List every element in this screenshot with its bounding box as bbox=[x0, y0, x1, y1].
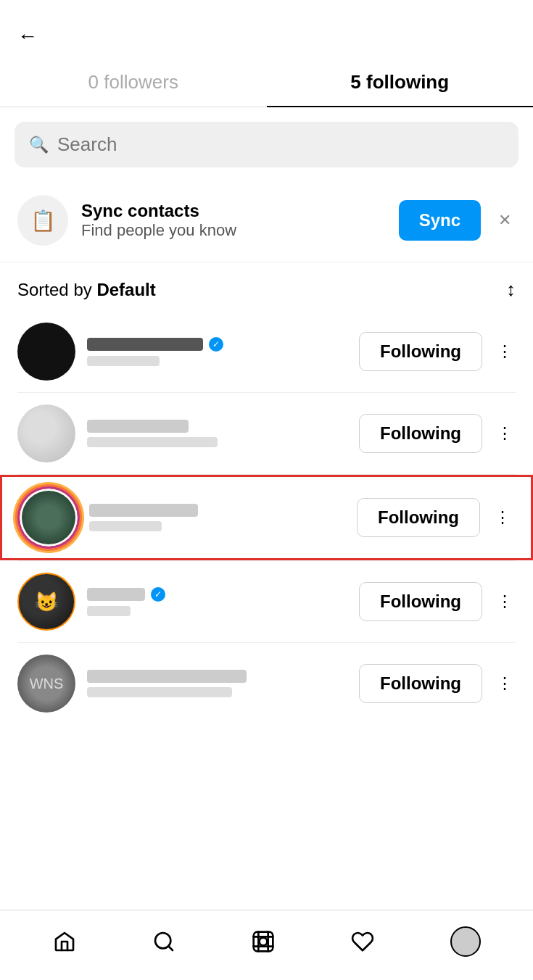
fullname-blur bbox=[87, 437, 218, 447]
more-options-button[interactable]: ⋮ bbox=[492, 504, 513, 531]
fullname-blur bbox=[87, 356, 160, 366]
verified-badge: ✓ bbox=[209, 337, 223, 352]
user-item: ✓ Following ⋮ bbox=[0, 311, 533, 392]
search-bar: 🔍 bbox=[15, 122, 518, 167]
fullname-blur bbox=[87, 687, 232, 697]
tabs-bar: 0 followers 5 following bbox=[0, 58, 533, 107]
user-info bbox=[87, 420, 347, 447]
search-input[interactable] bbox=[57, 133, 504, 156]
sync-button[interactable]: Sync bbox=[399, 200, 481, 241]
nav-search[interactable] bbox=[146, 924, 181, 959]
username-row bbox=[89, 504, 345, 517]
username-row: ✓ bbox=[87, 337, 347, 352]
username-row: ✓ bbox=[87, 587, 347, 602]
username-blur bbox=[87, 338, 203, 351]
fullname-blur bbox=[87, 606, 131, 616]
more-options-button[interactable]: ⋮ bbox=[494, 670, 516, 697]
following-button[interactable]: Following bbox=[359, 582, 482, 621]
sync-title: Sync contacts bbox=[81, 201, 386, 221]
profile-avatar bbox=[450, 926, 481, 957]
sync-subtitle: Find people you know bbox=[81, 221, 386, 240]
following-button[interactable]: Following bbox=[359, 414, 482, 453]
nav-home[interactable] bbox=[47, 924, 82, 959]
svg-point-3 bbox=[259, 938, 267, 946]
avatar: 😺 bbox=[17, 573, 75, 631]
search-container: 🔍 bbox=[0, 107, 533, 179]
following-button[interactable]: Following bbox=[359, 332, 482, 371]
tab-followers[interactable]: 0 followers bbox=[0, 58, 267, 107]
user-item: Following ⋮ bbox=[0, 393, 533, 474]
username-row bbox=[87, 670, 347, 683]
username-blur bbox=[87, 420, 189, 433]
avatar bbox=[17, 323, 75, 381]
nav-reels[interactable] bbox=[246, 924, 281, 959]
user-item: 😺 ✓ Following ⋮ bbox=[0, 561, 533, 642]
user-item-highlighted: Following ⋮ bbox=[0, 475, 533, 560]
following-button[interactable]: Following bbox=[359, 664, 482, 703]
avatar bbox=[17, 404, 75, 462]
more-options-button[interactable]: ⋮ bbox=[494, 338, 516, 365]
user-item: WNS Following ⋮ bbox=[0, 643, 533, 724]
verified-badge: ✓ bbox=[151, 587, 165, 602]
user-list: ✓ Following ⋮ Following ⋮ Followi bbox=[0, 311, 533, 724]
search-icon: 🔍 bbox=[29, 136, 49, 154]
svg-rect-2 bbox=[253, 932, 273, 952]
username-blur bbox=[89, 504, 198, 517]
sync-contacts-banner: 📋 Sync contacts Find people you know Syn… bbox=[0, 179, 533, 262]
sort-bar: Sorted by Default ↕ bbox=[0, 262, 533, 311]
sort-label: Sorted by Default bbox=[17, 280, 156, 300]
avatar bbox=[20, 489, 78, 547]
following-button[interactable]: Following bbox=[357, 498, 480, 537]
nav-profile[interactable] bbox=[445, 921, 487, 963]
user-info bbox=[89, 504, 345, 531]
username-blur bbox=[87, 670, 247, 683]
more-options-button[interactable]: ⋮ bbox=[494, 420, 516, 447]
avatar: WNS bbox=[17, 655, 75, 713]
sync-text-block: Sync contacts Find people you know bbox=[81, 201, 386, 240]
contacts-icon: 📋 bbox=[17, 195, 68, 246]
nav-activity[interactable] bbox=[345, 924, 380, 959]
user-info bbox=[87, 670, 347, 697]
header: ← bbox=[0, 0, 533, 58]
username-blur bbox=[87, 588, 145, 601]
sort-icon[interactable]: ↕ bbox=[506, 278, 516, 301]
tab-following[interactable]: 5 following bbox=[267, 58, 534, 107]
svg-line-1 bbox=[168, 946, 173, 950]
back-button[interactable]: ← bbox=[17, 22, 44, 51]
bottom-nav bbox=[0, 910, 533, 980]
more-options-button[interactable]: ⋮ bbox=[494, 588, 516, 615]
username-row bbox=[87, 420, 347, 433]
fullname-blur bbox=[89, 521, 162, 531]
user-info: ✓ bbox=[87, 587, 347, 616]
user-info: ✓ bbox=[87, 337, 347, 366]
sync-close-button[interactable]: ✕ bbox=[494, 207, 516, 234]
